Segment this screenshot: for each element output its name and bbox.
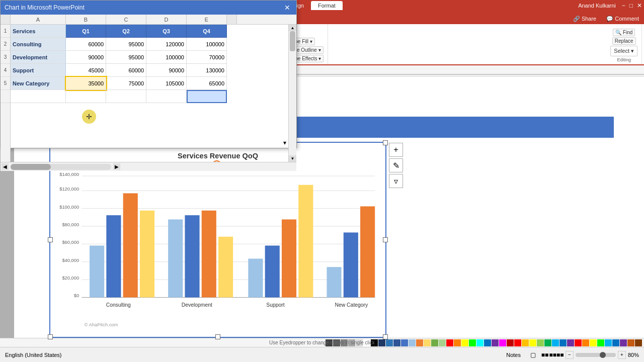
chart-styles-btn[interactable]: ✎	[389, 158, 403, 172]
color-swatch[interactable]	[378, 339, 385, 346]
comment-btn[interactable]: 💬 Comment	[601, 14, 644, 24]
cell-e1[interactable]: Q4	[187, 25, 227, 38]
cell-c1[interactable]: Q2	[106, 25, 146, 38]
scroll-thumb[interactable]	[290, 31, 295, 51]
zoom-out-btn[interactable]: −	[566, 351, 574, 359]
col-a[interactable]: A	[11, 15, 66, 24]
cell-d3[interactable]: 100000	[146, 51, 187, 64]
color-swatch[interactable]	[590, 339, 597, 346]
color-swatch[interactable]	[605, 339, 612, 346]
replace-btn[interactable]: Replace	[612, 37, 636, 45]
share-btn[interactable]: 🔗 Share	[568, 14, 601, 24]
color-swatch[interactable]	[544, 339, 551, 346]
color-swatch[interactable]	[575, 339, 582, 346]
h-scroll-track[interactable]	[11, 164, 111, 170]
restore-btn[interactable]: □	[627, 2, 635, 9]
bar-newcat-q1[interactable]	[327, 267, 341, 297]
color-swatch[interactable]	[537, 339, 544, 346]
cell-a3[interactable]: Development	[11, 51, 66, 64]
bar-consulting-q1[interactable]	[90, 245, 104, 297]
color-swatch[interactable]	[582, 339, 589, 346]
handle-ml[interactable]	[48, 237, 53, 242]
bar-support-q3[interactable]	[282, 219, 296, 297]
scroll-down-btn[interactable]: ▼	[289, 155, 296, 162]
cell-c6[interactable]	[106, 90, 146, 103]
color-swatch[interactable]	[492, 339, 499, 346]
cell-d2[interactable]: 120000	[146, 38, 187, 51]
color-swatch[interactable]	[529, 339, 536, 346]
notes-btn[interactable]: Notes	[503, 350, 524, 359]
cell-c2[interactable]: 95000	[106, 38, 146, 51]
close-datasheet-btn[interactable]: ✕	[282, 3, 292, 13]
zoom-slider[interactable]	[576, 353, 616, 357]
col-d[interactable]: D	[146, 15, 187, 24]
handle-bl[interactable]	[48, 334, 53, 339]
bar-newcat-q2[interactable]	[344, 232, 358, 297]
chart-filters-btn[interactable]: ▿	[389, 174, 403, 188]
color-swatch[interactable]	[454, 339, 461, 346]
color-swatch[interactable]	[522, 339, 529, 346]
select-btn[interactable]: Select ▾	[610, 46, 637, 56]
format-tab[interactable]: Format	[311, 1, 343, 10]
handle-mr[interactable]	[383, 237, 388, 242]
cell-b3[interactable]: 90000	[66, 51, 106, 64]
bar-consulting-q3[interactable]	[123, 193, 138, 297]
scroll-left-btn[interactable]: ◀	[2, 163, 9, 170]
outline-view-btn[interactable]: ■■	[540, 350, 550, 360]
color-swatch[interactable]	[507, 339, 514, 346]
bar-dev-q1[interactable]	[168, 219, 183, 297]
cell-e6[interactable]	[187, 90, 227, 103]
cell-d1[interactable]: Q3	[146, 25, 187, 38]
color-swatch[interactable]	[461, 339, 468, 346]
color-swatch[interactable]	[446, 339, 453, 346]
zoom-in-btn[interactable]: +	[618, 351, 626, 359]
color-swatch[interactable]	[552, 339, 559, 346]
color-swatch[interactable]	[635, 339, 642, 346]
cell-a6[interactable]	[11, 90, 66, 103]
cell-d5[interactable]: 105000	[146, 77, 187, 90]
color-swatch[interactable]	[484, 339, 491, 346]
maximize-close-btn[interactable]: ✕	[635, 2, 644, 9]
bar-dev-q2[interactable]	[185, 215, 199, 297]
cell-e3[interactable]: 70000	[187, 51, 227, 64]
cell-b5[interactable]: 35000	[66, 77, 106, 90]
color-swatch[interactable]	[393, 339, 400, 346]
add-chart-element-btn[interactable]: +	[389, 143, 403, 157]
h-scroll-thumb[interactable]	[11, 164, 51, 170]
color-swatch[interactable]	[469, 339, 476, 346]
bar-dev-q4[interactable]	[218, 237, 233, 298]
minimize-btn[interactable]: −	[620, 2, 627, 9]
col-e[interactable]: E	[187, 15, 227, 24]
handle-tr[interactable]	[383, 140, 388, 145]
cell-a4[interactable]: Support	[11, 64, 66, 77]
scroll-up-btn[interactable]: ▲	[289, 25, 296, 31]
color-swatch[interactable]	[620, 339, 627, 346]
datasheet-titlebar[interactable]: Chart in Microsoft PowerPoint ✕	[1, 1, 296, 15]
bar-support-q1[interactable]	[248, 258, 263, 297]
color-swatch[interactable]	[386, 339, 393, 346]
cell-e5[interactable]: 65000	[187, 77, 227, 90]
color-swatch[interactable]	[567, 339, 574, 346]
color-swatch[interactable]	[401, 339, 408, 346]
bar-support-q2[interactable]	[265, 245, 280, 297]
bar-support-q4[interactable]	[298, 185, 313, 298]
cell-a5[interactable]: New Category	[11, 77, 66, 90]
cell-d6[interactable]	[146, 90, 187, 103]
find-btn[interactable]: 🔍 Find	[613, 29, 635, 36]
cell-b4[interactable]: 45000	[66, 64, 106, 77]
normal-view-btn[interactable]: ▢	[528, 350, 538, 360]
cell-a2[interactable]: Consulting	[11, 38, 66, 51]
color-swatch[interactable]	[612, 339, 619, 346]
cell-d4[interactable]: 90000	[146, 64, 187, 77]
handle-br[interactable]	[383, 334, 388, 339]
col-c[interactable]: C	[106, 15, 146, 24]
col-b[interactable]: B	[66, 15, 106, 24]
cell-c3[interactable]: 95000	[106, 51, 146, 64]
bar-dev-q3[interactable]	[202, 211, 216, 298]
vertical-scrollbar[interactable]: ▲ ▼	[288, 25, 296, 162]
cell-b6[interactable]	[66, 90, 106, 103]
slide-sorter-btn[interactable]: ■■■■	[551, 350, 561, 360]
color-swatch[interactable]	[597, 339, 604, 346]
cell-e4[interactable]: 130000	[187, 64, 227, 77]
color-swatch[interactable]	[514, 339, 521, 346]
